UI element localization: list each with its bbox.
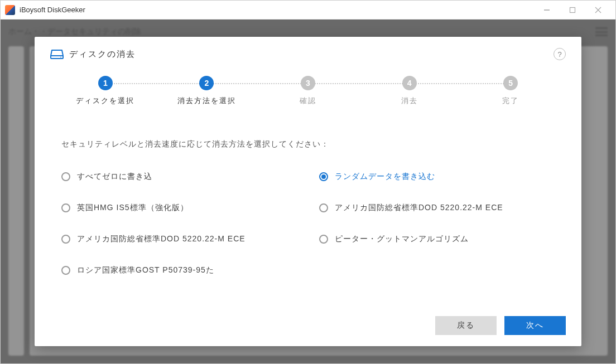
minimize-button[interactable] — [534, 1, 560, 19]
help-button[interactable]: ? — [554, 48, 566, 60]
maximize-button[interactable] — [560, 1, 585, 19]
app-window: iBoysoft DiskGeeker ホーム・・データセキュリティの削除 — [0, 0, 616, 364]
step-number: 4 — [402, 76, 417, 90]
prompt-text: セキュリティレベルと消去速度に応じて消去方法を選択してください： — [50, 139, 566, 149]
erase-dialog: ディスクの消去 ? 1ディスクを選択2消去方法を選択3確認4消去5完了 セキュリ… — [35, 37, 581, 346]
stepper: 1ディスクを選択2消去方法を選択3確認4消去5完了 — [50, 76, 566, 106]
erase-option-4[interactable]: アメリカ国防総省標準DOD 5220.22-M ECE — [61, 234, 297, 244]
dialog-header: ディスクの消去 ? — [50, 48, 566, 60]
step-3: 3確認 — [257, 76, 359, 106]
erase-option-5[interactable]: ピーター・グットマンアルゴリズム — [319, 234, 555, 244]
erase-option-6[interactable]: ロシア国家標準GOST P50739-95た — [61, 265, 297, 275]
dialog-title: ディスクの消去 — [69, 49, 136, 60]
dialog-footer: 戻る 次へ — [50, 316, 566, 335]
svg-point-5 — [60, 57, 61, 58]
window-title: iBoysoft DiskGeeker — [20, 6, 85, 14]
step-label: ディスクを選択 — [76, 96, 134, 106]
step-label: 消去 — [401, 96, 418, 106]
radio-label: 英国HMG IS5標準（強化版） — [77, 203, 189, 213]
radio-label: アメリカ国防総省標準DOD 5220.22-M ECE — [335, 203, 503, 213]
radio-icon — [61, 203, 70, 212]
erase-option-3[interactable]: アメリカ国防総省標準DOD 5220.22-M ECE — [319, 203, 555, 213]
window-controls — [534, 1, 611, 19]
step-label: 確認 — [300, 96, 316, 106]
radio-icon — [61, 172, 70, 181]
step-label: 消去方法を選択 — [177, 96, 236, 106]
radio-icon — [319, 172, 328, 181]
radio-label: すべてゼロに書き込 — [77, 172, 152, 182]
app-icon — [5, 5, 15, 15]
radio-label: ランダムデータを書き込む — [335, 172, 435, 182]
step-5: 5完了 — [460, 76, 561, 106]
step-2: 2消去方法を選択 — [156, 76, 258, 106]
radio-label: ロシア国家標準GOST P50739-95た — [77, 265, 214, 275]
erase-option-2[interactable]: 英国HMG IS5標準（強化版） — [61, 203, 297, 213]
modal-overlay: ディスクの消去 ? 1ディスクを選択2消去方法を選択3確認4消去5完了 セキュリ… — [1, 20, 615, 363]
close-button[interactable] — [585, 1, 611, 19]
app-body: ホーム・・データセキュリティの削除 ディスクの消去 ? — [1, 20, 615, 363]
svg-rect-1 — [570, 7, 575, 12]
radio-icon — [61, 266, 70, 275]
back-button[interactable]: 戻る — [435, 316, 497, 335]
step-number: 2 — [199, 76, 214, 90]
step-number: 1 — [98, 76, 113, 90]
step-number: 5 — [503, 76, 518, 90]
radio-label: アメリカ国防総省標準DOD 5220.22-M ECE — [77, 234, 246, 244]
erase-option-1[interactable]: ランダムデータを書き込む — [319, 172, 555, 182]
step-number: 3 — [301, 76, 315, 90]
next-button[interactable]: 次へ — [504, 316, 566, 335]
radio-icon — [319, 203, 328, 212]
disk-icon — [50, 48, 64, 60]
radio-icon — [61, 235, 70, 244]
erase-option-0[interactable]: すべてゼロに書き込 — [61, 172, 297, 182]
step-4: 4消去 — [359, 76, 460, 106]
titlebar: iBoysoft DiskGeeker — [1, 1, 615, 20]
erase-method-options: すべてゼロに書き込ランダムデータを書き込む英国HMG IS5標準（強化版）アメリ… — [50, 172, 566, 275]
step-label: 完了 — [502, 96, 519, 106]
radio-icon — [319, 235, 328, 244]
step-1: 1ディスクを選択 — [55, 76, 156, 106]
radio-label: ピーター・グットマンアルゴリズム — [335, 234, 469, 244]
